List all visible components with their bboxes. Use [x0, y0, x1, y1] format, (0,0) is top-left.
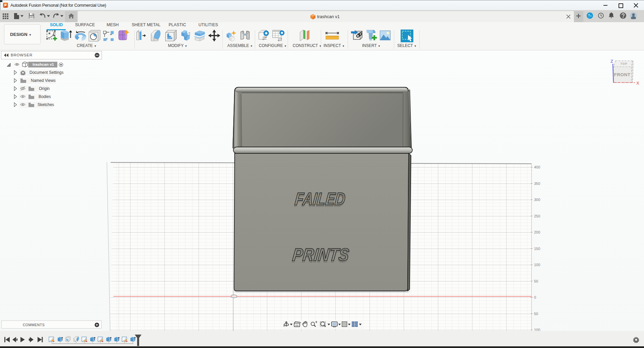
svg-text:400: 400 — [534, 165, 540, 169]
svg-text:0: 0 — [534, 295, 536, 299]
svg-text:TOP: TOP — [621, 62, 628, 65]
svg-text:50: 50 — [534, 279, 538, 283]
svg-text:Z: Z — [610, 59, 613, 64]
svg-text:FRONT: FRONT — [614, 72, 631, 77]
svg-text:50: 50 — [534, 312, 538, 316]
svg-text:PRINTS: PRINTS — [292, 245, 350, 264]
svg-text:350: 350 — [534, 182, 540, 186]
svg-text:100: 100 — [534, 263, 540, 267]
svg-text:200: 200 — [534, 230, 540, 234]
svg-text:150: 150 — [534, 247, 540, 251]
svg-text:300: 300 — [534, 198, 540, 202]
svg-text:FAILED: FAILED — [294, 189, 346, 209]
svg-text:250: 250 — [534, 214, 540, 218]
svg-text:X: X — [636, 81, 639, 86]
